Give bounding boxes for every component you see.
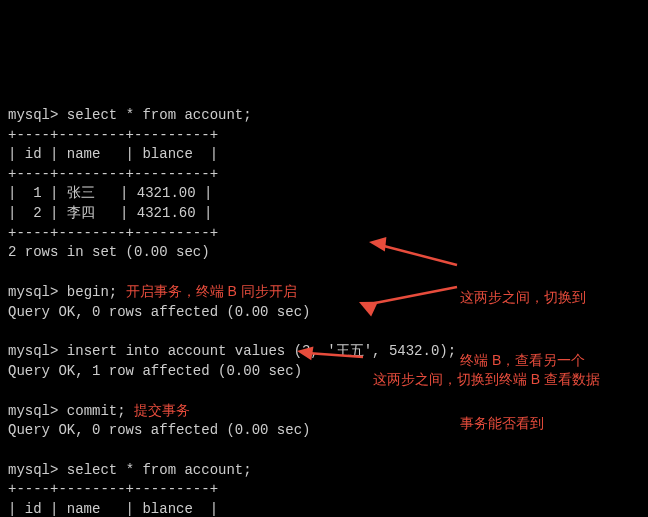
result-summary: 2 rows in set (0.00 sec) [8, 244, 210, 260]
mysql-prompt: mysql> [8, 107, 58, 123]
annotation-bottom: 这两步之间，切换到终端 B 查看数据 [365, 348, 600, 390]
table-border: +----+--------+---------+ [8, 481, 218, 497]
mysql-prompt: mysql> [8, 284, 58, 300]
prompt-line: mysql> begin; 开启事务，终端 B 同步开启 [8, 284, 297, 300]
sql-select1: select * from account; [67, 107, 252, 123]
annotation-line: 事务能否看到 [460, 413, 586, 434]
prompt-line: mysql> select * from account; [8, 107, 252, 123]
table-border: +----+--------+---------+ [8, 225, 218, 241]
prompt-line: mysql> select * from account; [8, 462, 252, 478]
prompt-line: mysql> commit; 提交事务 [8, 403, 190, 419]
result-ok: Query OK, 1 row affected (0.00 sec) [8, 363, 302, 379]
sql-commit: commit; [67, 403, 126, 419]
table-row: | 1 | 张三 | 4321.00 | [8, 185, 212, 201]
mysql-prompt: mysql> [8, 343, 58, 359]
mysql-prompt: mysql> [8, 403, 58, 419]
annotation-line: 这两步之间，切换到 [460, 287, 586, 308]
table-row: | 2 | 李四 | 4321.60 | [8, 205, 212, 221]
sql-begin: begin; [67, 284, 117, 300]
table-border: +----+--------+---------+ [8, 127, 218, 143]
annotation-line: 这两步之间，切换到终端 B 查看数据 [373, 371, 600, 387]
result-ok: Query OK, 0 rows affected (0.00 sec) [8, 304, 310, 320]
annotation-begin: 开启事务，终端 B 同步开启 [126, 283, 297, 299]
sql-select2: select * from account; [67, 462, 252, 478]
result-ok: Query OK, 0 rows affected (0.00 sec) [8, 422, 310, 438]
annotation-commit: 提交事务 [134, 402, 190, 418]
mysql-prompt: mysql> [8, 462, 58, 478]
table-header: | id | name | blance | [8, 501, 218, 517]
table-header: | id | name | blance | [8, 146, 218, 162]
table-border: +----+--------+---------+ [8, 166, 218, 182]
